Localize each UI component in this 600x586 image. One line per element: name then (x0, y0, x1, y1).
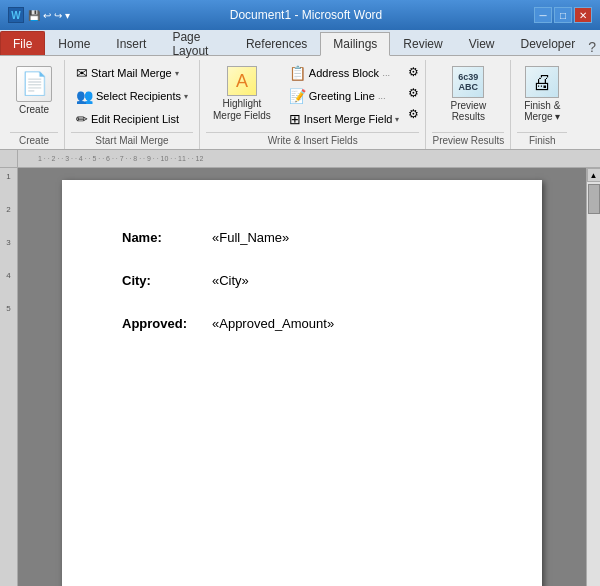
greeting-line-arrow: … (378, 92, 386, 101)
horizontal-ruler: 1 · · 2 · · 3 · · 4 · · 5 · · 6 · · 7 · … (0, 150, 600, 168)
select-recipients-button[interactable]: 👥 Select Recipients ▾ (71, 85, 193, 107)
create-icon: 📄 (16, 66, 52, 102)
highlight-label: HighlightMerge Fields (213, 98, 271, 122)
preview-results-label: PreviewResults (451, 100, 487, 122)
create-buttons: 📄 Create (10, 62, 58, 130)
finish-icon: 🖨 (525, 66, 559, 98)
create-group-label: Create (10, 132, 58, 149)
finish-merge-button[interactable]: 🖨 Finish &Merge ▾ (517, 62, 567, 126)
window-title: Document1 - Microsoft Word (78, 8, 534, 22)
finish-buttons: 🖨 Finish &Merge ▾ (517, 62, 567, 130)
field-label-approved: Approved: (122, 316, 212, 331)
tab-mailings[interactable]: Mailings (320, 32, 390, 56)
ribbon-group-finish: 🖨 Finish &Merge ▾ Finish (511, 60, 573, 149)
tab-page-layout[interactable]: Page Layout (159, 31, 233, 55)
minimize-btn[interactable]: ─ (534, 7, 552, 23)
tab-home[interactable]: Home (45, 31, 103, 55)
mail-merge-col: ✉ Start Mail Merge ▾ 👥 Select Recipients… (71, 62, 193, 130)
edit-recipient-label: Edit Recipient List (91, 113, 179, 125)
highlight-icon: A (227, 66, 257, 96)
quick-access-toolbar: 💾 ↩ ↪ ▾ (28, 10, 70, 21)
ruler-marks: 1 · · 2 · · 3 · · 4 · · 5 · · 6 · · 7 · … (38, 155, 580, 162)
vertical-scrollbar: ▲ ▼ ⊡ (586, 168, 600, 586)
create-label: Create (19, 104, 49, 116)
ribbon-group-mail-merge: ✉ Start Mail Merge ▾ 👥 Select Recipients… (65, 60, 200, 149)
doc-field-approved: Approved: «Approved_Amount» (122, 316, 482, 331)
preview-results-button[interactable]: 6c39ABC PreviewResults (445, 62, 493, 126)
write-insert-buttons: A HighlightMerge Fields 📋 Address Block … (206, 62, 419, 130)
highlight-merge-fields-button[interactable]: A HighlightMerge Fields (206, 62, 278, 126)
field-value-name: «Full_Name» (212, 230, 289, 245)
doc-area[interactable]: Name: «Full_Name» City: «City» Approved:… (18, 168, 586, 586)
redo-qa-btn[interactable]: ↪ (54, 10, 62, 21)
select-recipients-label: Select Recipients (96, 90, 181, 102)
start-mail-merge-button[interactable]: ✉ Start Mail Merge ▾ (71, 62, 193, 84)
window-controls: ─ □ ✕ (534, 7, 592, 23)
scroll-thumb-v[interactable] (588, 184, 600, 214)
insert-merge-arrow: ▾ (395, 115, 399, 124)
ribbon-group-preview: 6c39ABC PreviewResults Preview Results (426, 60, 511, 149)
save-qa-btn[interactable]: 💾 (28, 10, 40, 21)
address-block-arrow: … (382, 69, 390, 78)
edit-recipient-list-button[interactable]: ✏ Edit Recipient List (71, 108, 193, 130)
extra-icons-col: ⚙ ⚙ ⚙ (408, 62, 419, 124)
insert-fields-col: 📋 Address Block … 📝 Greeting Line … ⊞ In… (284, 62, 405, 130)
finish-group-label: Finish (517, 132, 567, 149)
insert-merge-icon: ⊞ (289, 111, 301, 127)
tab-file[interactable]: File (0, 31, 45, 55)
address-block-button[interactable]: 📋 Address Block … (284, 62, 405, 84)
start-mail-merge-icon: ✉ (76, 65, 88, 81)
doc-field-name: Name: «Full_Name» (122, 230, 482, 245)
tab-insert[interactable]: Insert (103, 31, 159, 55)
vertical-ruler: 12345 (0, 168, 18, 586)
undo-qa-btn[interactable]: ↩ (43, 10, 51, 21)
preview-group-label: Preview Results (432, 132, 504, 149)
greeting-line-icon: 📝 (289, 88, 306, 104)
address-block-label: Address Block (309, 67, 379, 79)
finish-label: Finish &Merge ▾ (524, 100, 560, 122)
main-content: 1 · · 2 · · 3 · · 4 · · 5 · · 6 · · 7 · … (0, 150, 600, 586)
doc-main: 12345 Name: «Full_Name» City: «City» App… (0, 168, 600, 586)
field-label-name: Name: (122, 230, 212, 245)
ribbon-content: 📄 Create Create ✉ Start Mail Merge ▾ 👥 (0, 56, 600, 149)
help-icon[interactable]: ? (588, 39, 596, 55)
greeting-line-label: Greeting Line (309, 90, 375, 102)
preview-icon: 6c39ABC (452, 66, 484, 98)
doc-field-city: City: «City» (122, 273, 482, 288)
edit-recipient-icon: ✏ (76, 111, 88, 127)
write-insert-group-label: Write & Insert Fields (206, 132, 419, 149)
mail-merge-buttons: ✉ Start Mail Merge ▾ 👥 Select Recipients… (71, 62, 193, 130)
address-block-icon: 📋 (289, 65, 306, 81)
tab-view[interactable]: View (456, 31, 508, 55)
maximize-btn[interactable]: □ (554, 7, 572, 23)
doc-page: Name: «Full_Name» City: «City» Approved:… (62, 180, 542, 586)
ribbon: File Home Insert Page Layout References … (0, 30, 600, 150)
insert-merge-field-button[interactable]: ⊞ Insert Merge Field ▾ (284, 108, 405, 130)
customize-qa-btn[interactable]: ▾ (65, 10, 70, 21)
extra-icon-3[interactable]: ⚙ (408, 107, 419, 121)
word-icon: W (8, 7, 24, 23)
select-recipients-icon: 👥 (76, 88, 93, 104)
mail-merge-group-label: Start Mail Merge (71, 132, 193, 149)
scroll-up-btn[interactable]: ▲ (587, 168, 601, 182)
ribbon-group-write-insert: A HighlightMerge Fields 📋 Address Block … (200, 60, 426, 149)
start-mail-merge-arrow: ▾ (175, 69, 179, 78)
start-mail-merge-label: Start Mail Merge (91, 67, 172, 79)
insert-merge-label: Insert Merge Field (304, 113, 393, 125)
field-label-city: City: (122, 273, 212, 288)
field-value-approved: «Approved_Amount» (212, 316, 334, 331)
ribbon-group-create: 📄 Create Create (4, 60, 65, 149)
tab-references[interactable]: References (233, 31, 320, 55)
extra-icon-2[interactable]: ⚙ (408, 86, 419, 100)
tab-review[interactable]: Review (390, 31, 455, 55)
greeting-line-button[interactable]: 📝 Greeting Line … (284, 85, 405, 107)
title-bar-left: W 💾 ↩ ↪ ▾ (8, 7, 78, 23)
preview-buttons: 6c39ABC PreviewResults (445, 62, 493, 130)
tab-developer[interactable]: Developer (508, 31, 589, 55)
field-value-city: «City» (212, 273, 249, 288)
extra-icon-1[interactable]: ⚙ (408, 65, 419, 79)
tab-bar: File Home Insert Page Layout References … (0, 30, 600, 56)
title-bar: W 💾 ↩ ↪ ▾ Document1 - Microsoft Word ─ □… (0, 0, 600, 30)
close-btn[interactable]: ✕ (574, 7, 592, 23)
create-button[interactable]: 📄 Create (10, 62, 58, 120)
